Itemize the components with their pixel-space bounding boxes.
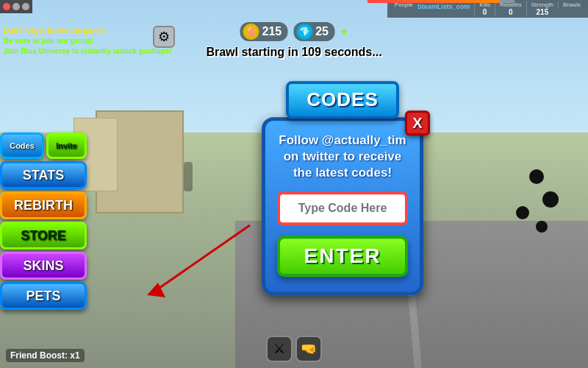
pets-button[interactable]: PETS xyxy=(0,282,87,310)
enter-button[interactable]: ENTER xyxy=(277,236,408,277)
settings-button[interactable]: ⚙ xyxy=(153,26,175,48)
rebirth-button[interactable]: REBIRTH xyxy=(0,191,87,219)
gems-display: 💎 25 xyxy=(293,22,334,41)
notif-line2: Be sure to join our group! xyxy=(4,36,172,46)
lb-brawls-header: Brawls xyxy=(563,1,581,8)
codes-button[interactable]: Codes xyxy=(0,132,44,159)
coins-display: 🥚 215 xyxy=(240,22,287,41)
stats-button[interactable]: STATS xyxy=(0,161,87,189)
bg-ball-2 xyxy=(542,191,559,208)
codes-title-button[interactable]: CODES xyxy=(286,81,398,118)
notification-text: Don't forget to like the game! Be sure t… xyxy=(4,26,172,57)
top-progress-fill xyxy=(368,0,500,3)
timer-text: Brawl starting in 109 seconds... xyxy=(206,46,381,58)
store-button[interactable]: STORE xyxy=(0,222,87,250)
bottom-icons: ⚔ 🤜 xyxy=(266,336,322,362)
notif-line1: Don't forget to like the game! xyxy=(4,26,172,36)
codes-modal-body: X Follow @actually_tim on twitter to rec… xyxy=(262,117,423,295)
window-maximize[interactable] xyxy=(22,3,29,10)
add-currency-button[interactable]: + xyxy=(340,24,348,40)
friend-boost: Friend Boost: x1 xyxy=(6,349,85,362)
lb-strength-value: 215 xyxy=(531,8,553,16)
window-controls xyxy=(0,0,32,13)
window-minimize[interactable] xyxy=(12,3,20,10)
bottom-icon-combat[interactable]: ⚔ xyxy=(266,336,293,362)
lb-brawls-section: Brawls xyxy=(558,1,585,8)
lb-rebirths-section: Rebirths 0 xyxy=(495,1,526,16)
skins-button[interactable]: SKINS xyxy=(0,252,87,280)
lb-rebirths-value: 0 xyxy=(500,8,522,16)
invite-button[interactable]: Invite xyxy=(46,132,87,159)
bg-ball-1 xyxy=(529,169,544,184)
code-input[interactable] xyxy=(282,196,404,221)
codes-follow-text: Follow @actually_tim on twitter to recei… xyxy=(277,132,408,181)
timer-bar: Brawl starting in 109 seconds... xyxy=(206,46,381,59)
code-input-wrapper xyxy=(277,191,408,225)
lb-kills-value: 0 xyxy=(479,8,490,16)
gems-icon: 💎 xyxy=(296,24,312,40)
window-close[interactable] xyxy=(3,3,10,10)
bg-ball-3 xyxy=(516,206,529,219)
bg-ball-4 xyxy=(536,221,548,233)
coins-icon: 🥚 xyxy=(243,24,259,40)
coins-value: 215 xyxy=(262,25,282,38)
lb-kills-section: Kills 0 xyxy=(474,1,495,16)
sidebar: Codes Invite STATS REBIRTH STORE SKINS P… xyxy=(0,132,87,310)
notif-line3: Join Blox Universe to instantly unlock p… xyxy=(4,46,172,57)
bottom-icon-boost[interactable]: 🤜 xyxy=(295,336,322,362)
top-progress-bar xyxy=(368,0,514,3)
gems-value: 25 xyxy=(315,25,329,38)
currency-bar: 🥚 215 💎 25 + xyxy=(240,22,348,41)
lb-strength-header: Strength xyxy=(531,1,553,8)
lb-strength-section: Strength 215 xyxy=(526,1,558,16)
sidebar-top-row: Codes Invite xyxy=(0,132,87,159)
codes-modal: CODES X Follow @actually_tim on twitter … xyxy=(262,81,423,295)
codes-close-button[interactable]: X xyxy=(405,110,430,135)
